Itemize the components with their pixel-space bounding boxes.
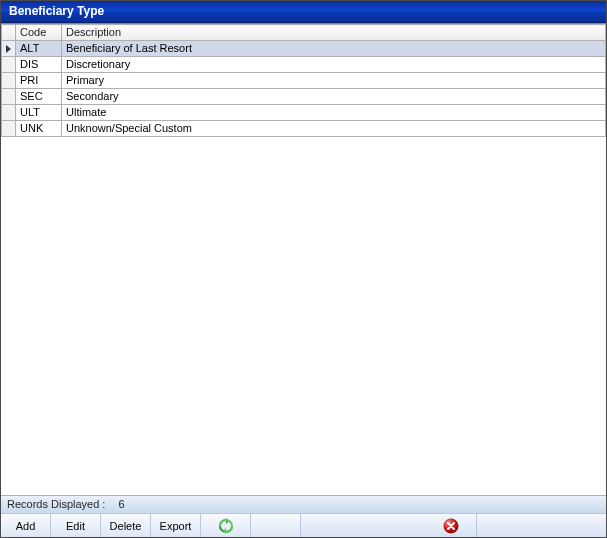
row-indicator-cell [2,121,16,137]
row-indicator-cell [2,41,16,57]
row-indicator-cell [2,105,16,121]
toolbar-right-pad [476,514,606,537]
export-label: Export [160,520,192,532]
edit-button[interactable]: Edit [51,514,101,537]
cell-description[interactable]: Secondary [62,89,606,105]
row-indicator-cell [2,89,16,105]
row-indicator-icon [6,45,11,53]
add-button[interactable]: Add [1,514,51,537]
table-row[interactable]: UNK Unknown/Special Custom [2,121,606,137]
cell-code[interactable]: DIS [16,57,62,73]
delete-label: Delete [110,520,142,532]
toolbar-empty-slot [251,514,301,537]
delete-button[interactable]: Delete [101,514,151,537]
table-row[interactable]: DIS Discretionary [2,57,606,73]
window: Beneficiary Type Code Description ALT Be… [0,0,607,538]
cell-code[interactable]: PRI [16,73,62,89]
grid-container: Code Description ALT Beneficiary of Last… [1,23,606,495]
cell-description[interactable]: Discretionary [62,57,606,73]
beneficiary-table[interactable]: Code Description ALT Beneficiary of Last… [1,24,606,137]
header-row: Code Description [2,25,606,41]
edit-label: Edit [66,520,85,532]
export-button[interactable]: Export [151,514,201,537]
status-count: 6 [119,498,125,510]
table-row[interactable]: ULT Ultimate [2,105,606,121]
refresh-button[interactable] [201,514,251,537]
cell-code[interactable]: SEC [16,89,62,105]
header-description[interactable]: Description [62,25,606,41]
table-row[interactable]: PRI Primary [2,73,606,89]
status-bar: Records Displayed : 6 [1,495,606,513]
cell-description[interactable]: Beneficiary of Last Resort [62,41,606,57]
toolbar-spacer [301,514,426,537]
close-button[interactable] [426,514,476,537]
add-label: Add [16,520,36,532]
header-selector[interactable] [2,25,16,41]
cell-description[interactable]: Primary [62,73,606,89]
title-bar: Beneficiary Type [1,1,606,23]
close-icon [443,518,459,534]
cell-code[interactable]: ALT [16,41,62,57]
toolbar: Add Edit Delete Export [1,513,606,537]
header-code[interactable]: Code [16,25,62,41]
table-row[interactable]: SEC Secondary [2,89,606,105]
window-title: Beneficiary Type [9,4,104,18]
row-indicator-cell [2,57,16,73]
cell-description[interactable]: Ultimate [62,105,606,121]
cell-code[interactable]: UNK [16,121,62,137]
table-row[interactable]: ALT Beneficiary of Last Resort [2,41,606,57]
status-label: Records Displayed : [7,498,105,510]
cell-code[interactable]: ULT [16,105,62,121]
cell-description[interactable]: Unknown/Special Custom [62,121,606,137]
refresh-icon [218,518,234,534]
row-indicator-cell [2,73,16,89]
